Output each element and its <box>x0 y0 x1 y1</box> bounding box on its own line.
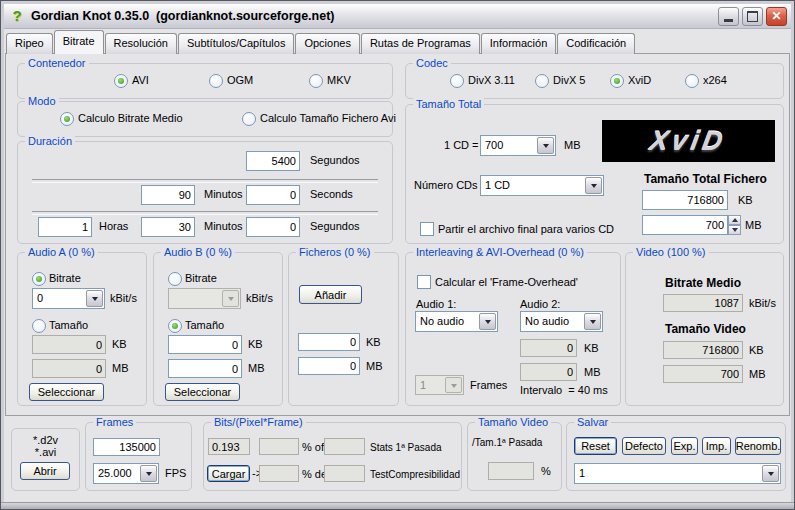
cargar-button[interactable]: Cargar <box>207 465 250 482</box>
radio-xvid-label[interactable]: XviD <box>628 74 651 87</box>
video-bitrate-output <box>663 294 743 312</box>
group-title: Salvar <box>574 416 611 429</box>
chevron-down-icon[interactable] <box>584 313 601 330</box>
frame-overhead-checkbox-label[interactable]: Calcular el 'Frame-Overhead' <box>435 276 578 289</box>
group-video: Video (100 %) Bitrate Medio kBit/s Tamañ… <box>625 252 784 406</box>
tab-subtitulos-capitulos[interactable]: Subtítulos/Capítulos <box>178 33 294 54</box>
reset-button[interactable]: Reset <box>574 437 617 455</box>
radio-avi-label[interactable]: AVI <box>132 74 149 87</box>
anadir-button[interactable]: Añadir <box>299 285 362 304</box>
numero-cds-combobox[interactable]: 1 CD <box>480 175 604 196</box>
radio-calculo-bitrate-medio-label[interactable]: Calculo Bitrate Medio <box>78 112 183 125</box>
audio1-combobox[interactable]: No audio <box>415 311 498 332</box>
spinner-up-icon[interactable] <box>728 215 741 225</box>
tab-opciones[interactable]: Opciones <box>295 33 359 54</box>
filetype-avi-label: *.avi <box>12 446 79 459</box>
radio-audio-a-tamano[interactable] <box>32 319 46 333</box>
chevron-down-icon[interactable] <box>86 290 103 307</box>
radio-mkv-label[interactable]: MKV <box>327 74 351 87</box>
radio-divx311[interactable] <box>450 74 464 88</box>
minimize-button[interactable] <box>718 7 739 26</box>
group-contenedor: Contenedor AVI OGM MKV <box>17 63 393 99</box>
radio-ogm[interactable] <box>209 74 223 88</box>
radio-xvid[interactable] <box>610 74 624 88</box>
tab-codificacion[interactable]: Codificación <box>557 33 635 54</box>
split-file-checkbox[interactable] <box>420 222 434 236</box>
interleaving-mb-input <box>520 363 577 381</box>
radio-x264-label[interactable]: x264 <box>703 74 727 87</box>
tab-bitrate[interactable]: Bitrate <box>54 30 104 54</box>
radio-audio-a-bitrate[interactable] <box>32 272 46 286</box>
radio-divx311-label[interactable]: DivX 3.11 <box>468 74 515 87</box>
segundos2-input[interactable] <box>246 217 300 237</box>
radio-divx5[interactable] <box>535 74 549 88</box>
chevron-down-icon[interactable] <box>762 465 779 482</box>
chevron-down-icon[interactable] <box>479 313 496 330</box>
radio-audio-a-tamano-label[interactable]: Tamaño <box>49 319 88 332</box>
segundos-totales-label: Segundos <box>310 154 360 167</box>
close-button[interactable]: ✕ <box>766 7 787 26</box>
group-ficheros: Ficheros (0 %) Añadir KB MB <box>288 252 399 406</box>
radio-x264[interactable] <box>685 74 699 88</box>
group-title: Video (100 %) <box>633 246 709 259</box>
fps-combobox[interactable]: 25.000 <box>93 463 159 484</box>
chevron-down-icon[interactable] <box>140 465 157 482</box>
abrir-button[interactable]: Abrir <box>20 462 70 480</box>
chevron-down-icon[interactable] <box>537 137 554 154</box>
radio-avi[interactable] <box>114 74 128 88</box>
group-open-file: *.d2v *.avi Abrir <box>11 428 80 491</box>
audio-a-seleccionar-button[interactable]: Seleccionar <box>29 383 104 401</box>
audio-a-kb-unit: KB <box>112 338 127 351</box>
radio-audio-b-tamano-label[interactable]: Tamaño <box>185 319 224 332</box>
tab-rutas-de-programas[interactable]: Rutas de Programas <box>361 33 480 54</box>
cd-size-combobox[interactable]: 700 <box>480 135 556 156</box>
audio-a-bitrate-combobox[interactable]: 0 <box>32 288 105 309</box>
horas-input[interactable] <box>38 217 92 237</box>
group-title: Tamaño Total <box>413 98 484 111</box>
total-mb-input[interactable] <box>642 215 728 235</box>
exportar-button[interactable]: Exp. <box>671 437 698 455</box>
audio-b-seleccionar-button[interactable]: Seleccionar <box>165 383 240 401</box>
radio-calculo-bitrate-medio[interactable] <box>60 112 74 126</box>
tab-ripeo[interactable]: Ripeo <box>6 33 53 54</box>
radio-calculo-tamano-fichero-label[interactable]: Calculo Tamaño Fichero Avi <box>260 112 396 125</box>
total-kb-input[interactable] <box>642 190 728 210</box>
radio-audio-b-bitrate[interactable] <box>168 272 182 286</box>
audio-b-kb-unit: KB <box>248 338 263 351</box>
segundos-totales-input[interactable] <box>246 151 300 171</box>
spinner-down-icon[interactable] <box>728 225 741 235</box>
audio-a-mb-input <box>32 359 106 378</box>
minutos-input[interactable] <box>141 185 195 205</box>
title-bar: ? Gordian Knot 0.35.0 (gordianknot.sourc… <box>4 4 791 29</box>
tab-informacion[interactable]: Información <box>481 33 556 54</box>
radio-audio-b-bitrate-label[interactable]: Bitrate <box>185 272 217 285</box>
audio2-combobox[interactable]: No audio <box>520 311 603 332</box>
video-mb-output <box>663 365 743 383</box>
maximize-button[interactable] <box>742 7 763 26</box>
interleaving-kb-input <box>520 339 577 357</box>
test-compresibilidad-label: TestCompresibilidad <box>370 468 460 481</box>
tab-resolucion[interactable]: Resolución <box>105 33 177 54</box>
group-audio-a: Audio A (0 %) Bitrate 0 kBit/s Tamaño KB… <box>17 252 147 406</box>
seconds-input[interactable] <box>246 185 300 205</box>
frame-overhead-checkbox[interactable] <box>417 275 431 289</box>
radio-divx5-label[interactable]: DivX 5 <box>553 74 585 87</box>
ficheros-kb-input[interactable] <box>298 333 360 351</box>
split-file-checkbox-label[interactable]: Partir el archivo final para varios CD <box>438 223 614 236</box>
ficheros-mb-input[interactable] <box>298 357 360 375</box>
defecto-button[interactable]: Defecto <box>622 437 666 455</box>
radio-audio-a-bitrate-label[interactable]: Bitrate <box>49 272 81 285</box>
audio-b-bitrate-unit: kBit/s <box>246 292 273 305</box>
radio-ogm-label[interactable]: OGM <box>227 74 253 87</box>
radio-calculo-tamano-fichero[interactable] <box>242 112 256 126</box>
renombrar-button[interactable]: Renomb. <box>735 437 781 455</box>
minutos2-input[interactable] <box>141 217 195 237</box>
importar-button[interactable]: Imp. <box>702 437 731 455</box>
audio-b-kb-input[interactable] <box>168 335 242 354</box>
radio-audio-b-tamano[interactable] <box>168 319 182 333</box>
chevron-down-icon[interactable] <box>585 177 602 194</box>
frames-count-input[interactable] <box>93 438 160 456</box>
preset-combobox[interactable]: 1 <box>574 463 781 484</box>
radio-mkv[interactable] <box>309 74 323 88</box>
audio-b-mb-input[interactable] <box>168 359 242 378</box>
